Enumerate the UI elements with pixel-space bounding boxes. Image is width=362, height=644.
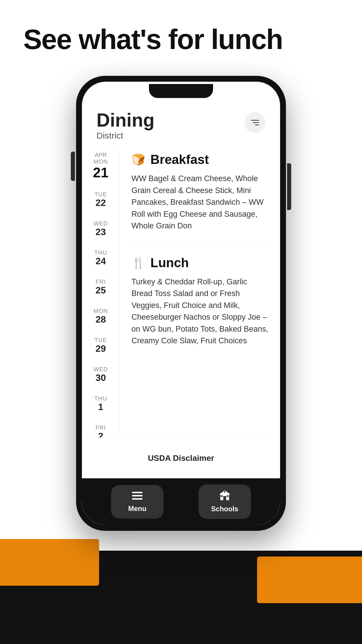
app-subtitle: District (96, 131, 154, 141)
phone-screen: Dining District (82, 82, 280, 525)
breakfast-icon: 🍞 (131, 153, 145, 166)
filter-line-2 (253, 122, 259, 123)
lunch-icon: 🍴 (131, 256, 145, 269)
lunch-title: Lunch (150, 256, 189, 270)
menu-tab-label: Menu (128, 505, 147, 513)
phone-notch (149, 84, 213, 98)
date-item-25[interactable]: FRI 25 (82, 273, 120, 302)
date-dow: TUE (94, 191, 107, 198)
lunch-header: 🍴 Lunch (131, 256, 268, 270)
date-item-28[interactable]: MON 28 (82, 302, 120, 332)
date-num: 23 (96, 227, 106, 237)
date-num: 1 (98, 402, 103, 412)
screen-content: Dining District (82, 82, 280, 525)
date-item-24[interactable]: THU 24 (82, 244, 120, 273)
date-dow: MON (94, 158, 108, 165)
date-num: 22 (96, 198, 106, 208)
usda-disclaimer[interactable]: USDA Disclaimer (99, 454, 263, 463)
date-item-1[interactable]: THU 1 (82, 390, 120, 419)
svg-rect-0 (132, 492, 143, 493)
phone-mockup: Dining District (76, 76, 286, 531)
menu-tab-icon (132, 491, 143, 502)
page-title: See what's for lunch (23, 23, 283, 55)
bottom-bar: USDA Disclaimer (82, 438, 280, 478)
date-dow: THU (94, 249, 107, 256)
bg-orange-left (0, 539, 99, 586)
date-item-30[interactable]: WED 30 (82, 361, 120, 390)
header-title-group: Dining District (96, 111, 154, 141)
meal-divider (131, 246, 268, 247)
svg-rect-1 (132, 495, 143, 496)
date-sidebar: Apr MON 21 TUE 22 WED 23 (82, 146, 120, 438)
date-num: 30 (96, 373, 106, 383)
date-num: 28 (96, 314, 106, 325)
date-num: 2 (98, 431, 103, 438)
date-dow: FRI (96, 279, 106, 285)
lunch-description: Turkey & Cheddar Roll-up, Garlic Bread T… (131, 276, 268, 347)
tab-schools[interactable]: Schools (198, 484, 251, 519)
date-dow: MON (94, 308, 108, 314)
tab-menu[interactable]: Menu (111, 485, 164, 519)
main-area: Apr MON 21 TUE 22 WED 23 (82, 146, 280, 438)
date-item-22[interactable]: TUE 22 (82, 186, 120, 215)
date-num: 29 (96, 344, 106, 354)
app-title: Dining (96, 111, 154, 130)
date-item-2[interactable]: FRI 2 (82, 419, 120, 438)
svg-rect-8 (224, 491, 225, 493)
date-item-23[interactable]: WED 23 (82, 215, 120, 244)
svg-rect-2 (132, 498, 143, 500)
breakfast-header: 🍞 Breakfast (131, 152, 268, 167)
breakfast-section: 🍞 Breakfast WW Bagel & Cream Cheese, Who… (131, 152, 268, 232)
date-num: 24 (96, 256, 106, 266)
date-month-label: Apr (95, 152, 107, 158)
date-dow: TUE (94, 337, 107, 344)
svg-rect-5 (223, 496, 226, 500)
breakfast-description: WW Bagel & Cream Cheese, Whole Grain Cer… (131, 173, 268, 232)
date-item-29[interactable]: TUE 29 (82, 332, 120, 361)
filter-button[interactable] (245, 112, 266, 133)
tab-bar: Menu (82, 478, 280, 525)
date-dow: WED (94, 366, 108, 373)
date-dow: WED (94, 220, 108, 227)
date-dow: FRI (96, 424, 106, 431)
bg-orange-right (257, 556, 362, 603)
filter-icon (251, 120, 259, 125)
schools-tab-icon (219, 490, 230, 503)
svg-rect-6 (221, 495, 223, 497)
menu-content: 🍞 Breakfast WW Bagel & Cream Cheese, Who… (120, 146, 280, 438)
lunch-section: 🍴 Lunch Turkey & Cheddar Roll-up, Garlic… (131, 256, 268, 347)
phone-frame: Dining District (76, 76, 286, 531)
svg-rect-7 (227, 495, 229, 497)
date-num: 21 (93, 165, 108, 181)
schools-tab-label: Schools (211, 505, 238, 513)
date-dow: THU (94, 395, 107, 402)
filter-line-3 (255, 125, 259, 125)
filter-line-1 (251, 120, 259, 121)
date-num: 25 (96, 285, 106, 295)
breakfast-title: Breakfast (150, 152, 209, 167)
date-item-apr21[interactable]: Apr MON 21 (82, 146, 120, 186)
